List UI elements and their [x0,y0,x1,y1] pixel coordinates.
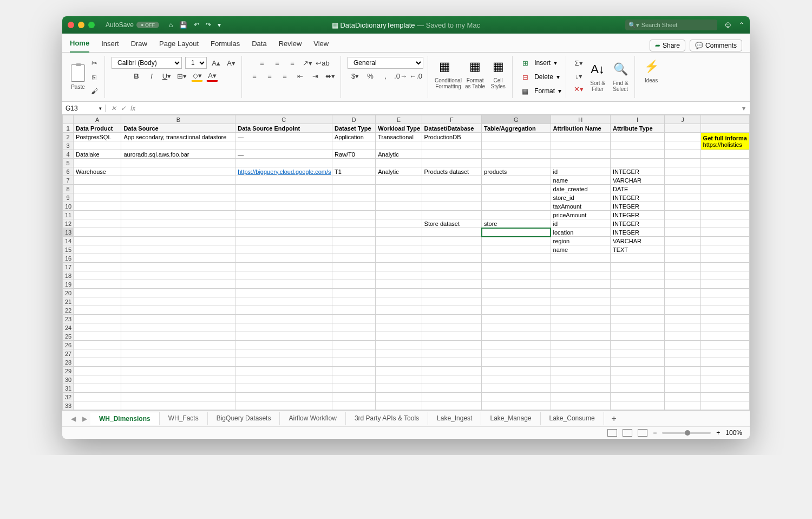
cell[interactable] [610,271,664,280]
cell[interactable]: id [551,219,610,228]
cell[interactable] [332,315,375,323]
borders-button[interactable]: ⊞▾ [176,70,188,82]
cell[interactable] [610,384,664,393]
cell[interactable] [121,237,235,245]
cell[interactable] [422,384,481,393]
cell[interactable] [610,349,664,358]
cell[interactable] [610,393,664,401]
cell[interactable] [610,150,664,159]
decrease-indent-icon[interactable]: ⇤ [294,70,306,82]
cell[interactable] [665,245,700,254]
cell[interactable] [235,332,332,341]
cell[interactable] [551,401,610,410]
cell[interactable] [482,332,551,341]
cell[interactable] [482,141,551,150]
cell[interactable] [422,254,481,263]
cell[interactable] [121,401,235,410]
cell[interactable] [482,297,551,306]
sheet-tab[interactable]: Lake_Ingest [428,412,481,425]
cell[interactable]: — [235,150,332,159]
cell[interactable] [482,185,551,193]
cell[interactable] [482,401,551,410]
row-header[interactable]: 25 [63,332,74,341]
cell[interactable] [551,254,610,263]
cell[interactable] [74,211,121,219]
cell[interactable] [332,219,375,228]
tab-review[interactable]: Review [279,40,302,52]
row-header[interactable]: 14 [63,237,74,245]
cell[interactable] [235,228,332,237]
row-header[interactable]: 19 [63,280,74,289]
cell[interactable]: Attribution Name [551,124,610,133]
cell[interactable] [482,237,551,245]
cell[interactable] [376,237,422,245]
percent-icon[interactable]: % [364,70,376,82]
cell[interactable]: ProductionDB [422,133,481,141]
cell[interactable]: Transactional [376,133,422,141]
cell[interactable]: region [551,237,610,245]
cell[interactable] [235,141,332,150]
underline-button[interactable]: U▾ [161,70,173,82]
col-header-H[interactable]: H [551,115,610,124]
cell[interactable] [235,219,332,228]
cell[interactable] [235,185,332,193]
cell[interactable]: name [551,176,610,185]
cell[interactable] [700,167,749,176]
cell[interactable] [422,367,481,375]
cell[interactable] [551,141,610,150]
cell[interactable]: Raw/T0 [332,150,375,159]
cell[interactable] [332,176,375,185]
cell[interactable] [332,263,375,271]
cell[interactable] [376,341,422,349]
cell[interactable] [121,263,235,271]
cell[interactable] [74,367,121,375]
row-header[interactable]: 27 [63,349,74,358]
cell[interactable] [551,349,610,358]
cell[interactable] [376,393,422,401]
cell[interactable] [332,271,375,280]
cell[interactable] [422,202,481,211]
cell[interactable] [700,202,749,211]
cell[interactable] [121,228,235,237]
decrease-font-icon[interactable]: A▾ [225,57,237,69]
fx-icon[interactable]: fx [130,105,135,112]
cell[interactable] [121,358,235,367]
cell[interactable] [700,124,749,133]
cell[interactable] [376,271,422,280]
row-header[interactable]: 4 [63,150,74,159]
tab-insert[interactable]: Insert [101,40,119,52]
cell[interactable] [332,202,375,211]
cell[interactable] [700,306,749,315]
cell[interactable] [610,280,664,289]
confirm-formula-icon[interactable]: ✓ [121,105,126,112]
cell[interactable] [235,211,332,219]
cell[interactable] [700,185,749,193]
cell[interactable] [610,159,664,167]
cell[interactable] [332,367,375,375]
cell[interactable] [235,297,332,306]
cell[interactable] [482,384,551,393]
cell[interactable] [482,159,551,167]
row-header[interactable]: 22 [63,306,74,315]
cell[interactable] [121,393,235,401]
cell[interactable] [376,219,422,228]
sheet-nav-left-icon[interactable]: ◀ [68,415,79,423]
cell[interactable] [551,367,610,375]
cell[interactable] [665,167,700,176]
cell[interactable] [482,150,551,159]
cell[interactable] [700,211,749,219]
cell[interactable] [610,332,664,341]
cell[interactable] [121,341,235,349]
cell[interactable] [121,280,235,289]
cell[interactable] [700,280,749,289]
cell[interactable] [610,297,664,306]
cell[interactable] [121,375,235,384]
cell[interactable] [700,237,749,245]
minimize-icon[interactable] [78,22,84,28]
col-header-C[interactable]: C [235,115,332,124]
cell[interactable] [422,332,481,341]
format-cells-button[interactable]: ▦Format ▾ [519,85,561,97]
cell[interactable] [422,150,481,159]
cell[interactable] [665,211,700,219]
cell[interactable] [332,375,375,384]
